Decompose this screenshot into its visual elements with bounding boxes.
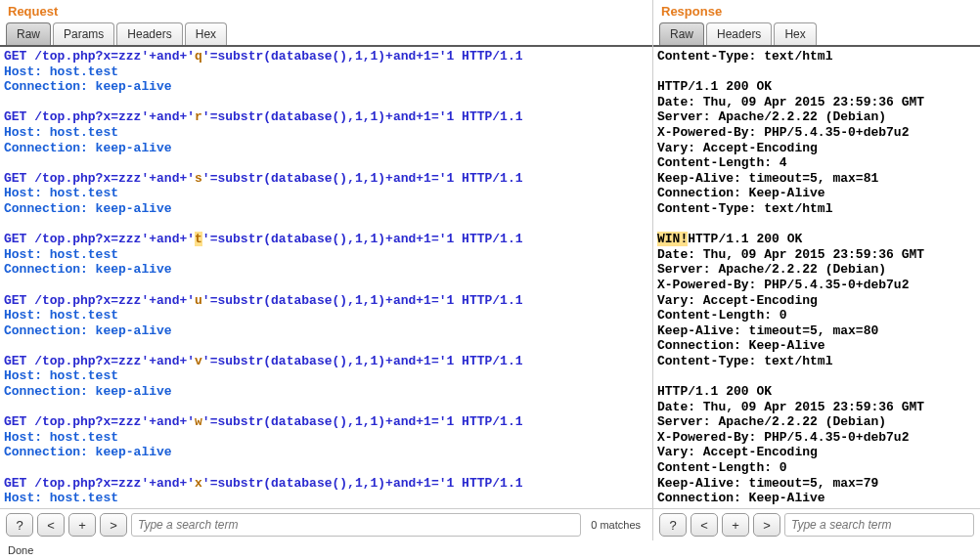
response-help-button[interactable]: ? (659, 513, 687, 537)
request-search-input[interactable] (131, 513, 581, 537)
request-tab-hex[interactable]: Hex (185, 22, 227, 45)
response-tab-headers[interactable]: Headers (706, 22, 772, 45)
response-text-area[interactable]: Content-Type: text/html HTTP/1.1 200 OK … (653, 47, 980, 508)
request-help-button[interactable]: ? (6, 513, 33, 537)
request-tab-raw[interactable]: Raw (6, 22, 51, 45)
response-search-input[interactable] (784, 513, 974, 537)
response-panel: Response RawHeadersHex Content-Type: tex… (653, 0, 980, 540)
response-next-button[interactable]: > (753, 513, 780, 537)
response-add-button[interactable]: + (722, 513, 749, 537)
request-tab-params[interactable]: Params (53, 22, 114, 45)
request-title: Request (0, 0, 652, 21)
request-panel: Request RawParamsHeadersHex GET /top.php… (0, 0, 653, 540)
request-tab-row: RawParamsHeadersHex (0, 21, 652, 47)
response-tab-row: RawHeadersHex (653, 21, 980, 47)
response-search-bar: ? < + > (653, 508, 980, 540)
status-bar: Done (0, 540, 980, 560)
request-match-count: 0 matches (585, 519, 646, 531)
request-add-button[interactable]: + (68, 513, 96, 537)
request-search-bar: ? < + > 0 matches (0, 508, 652, 540)
response-prev-button[interactable]: < (690, 513, 718, 537)
response-tab-raw[interactable]: Raw (659, 22, 704, 45)
request-next-button[interactable]: > (100, 513, 127, 537)
request-prev-button[interactable]: < (37, 513, 65, 537)
response-title: Response (653, 0, 980, 21)
response-tab-hex[interactable]: Hex (774, 22, 816, 45)
request-tab-headers[interactable]: Headers (116, 22, 182, 45)
request-text-area[interactable]: GET /top.php?x=zzz'+and+'q'=substr(datab… (0, 47, 652, 508)
